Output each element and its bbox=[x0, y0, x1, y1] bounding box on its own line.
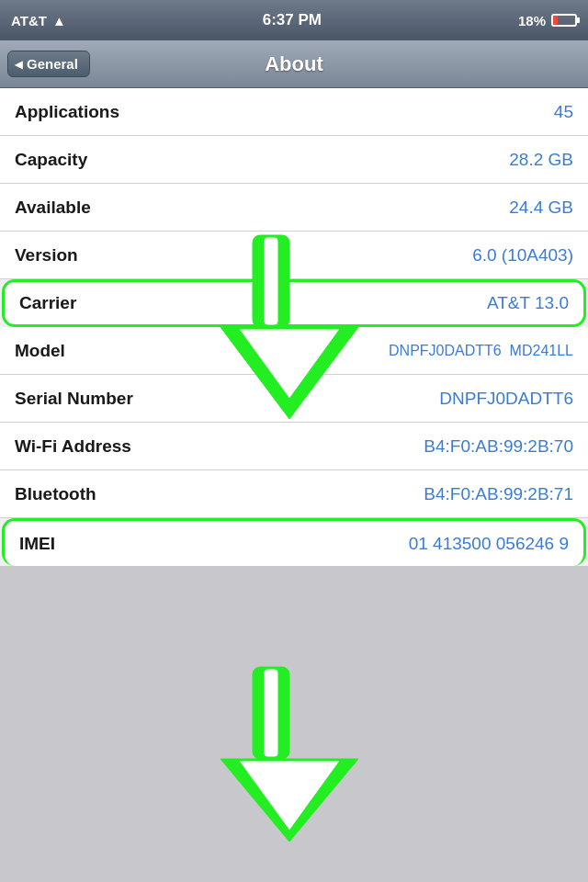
battery-percent: 18% bbox=[518, 13, 546, 28]
row-carrier: Carrier AT&T 13.0 bbox=[2, 279, 586, 327]
value-imei: 01 413500 056246 9 bbox=[409, 534, 569, 554]
row-bluetooth: Bluetooth B4:F0:AB:99:2B:71 bbox=[0, 470, 588, 518]
row-applications: Applications 45 bbox=[0, 88, 588, 136]
svg-rect-6 bbox=[264, 669, 278, 757]
value-available: 24.4 GB bbox=[509, 198, 573, 218]
label-carrier: Carrier bbox=[19, 293, 76, 313]
row-imei: IMEI 01 413500 056246 9 bbox=[2, 518, 586, 566]
battery-fill bbox=[553, 16, 558, 25]
arrow-to-imei bbox=[220, 667, 358, 842]
row-version: Version 6.0 (10A403) bbox=[0, 232, 588, 279]
svg-rect-4 bbox=[253, 667, 289, 759]
main-content: Applications 45 Capacity 28.2 GB Availab… bbox=[0, 88, 588, 882]
value-carrier: AT&T 13.0 bbox=[487, 293, 569, 313]
back-button[interactable]: General bbox=[7, 51, 90, 77]
nav-title: About bbox=[265, 52, 323, 76]
value-serial: DNPFJ0DADTT6 bbox=[439, 389, 573, 409]
label-bluetooth: Bluetooth bbox=[15, 484, 96, 504]
label-wifi: Wi-Fi Address bbox=[15, 436, 131, 457]
svg-marker-7 bbox=[239, 761, 340, 831]
label-capacity: Capacity bbox=[15, 150, 87, 170]
row-serial: Serial Number DNPFJ0DADTT6 bbox=[0, 375, 588, 423]
row-available: Available 24.4 GB bbox=[0, 184, 588, 232]
status-left: AT&T ▲︎ bbox=[11, 13, 66, 28]
svg-marker-5 bbox=[220, 759, 358, 842]
row-wifi: Wi-Fi Address B4:F0:AB:99:2B:70 bbox=[0, 423, 588, 470]
label-model: Model bbox=[15, 341, 65, 361]
carrier-label: AT&T bbox=[11, 13, 47, 28]
nav-bar: General About bbox=[0, 40, 588, 88]
value-model: DNPFJ0DADTT6 MD241LL bbox=[389, 343, 573, 359]
value-version: 6.0 (10A403) bbox=[472, 245, 573, 266]
battery-icon bbox=[551, 14, 577, 27]
status-right: 18% bbox=[518, 13, 577, 28]
value-bluetooth: B4:F0:AB:99:2B:71 bbox=[424, 484, 573, 504]
value-applications: 45 bbox=[554, 102, 573, 122]
label-serial: Serial Number bbox=[15, 389, 133, 409]
row-model: Model DNPFJ0DADTT6 MD241LL bbox=[0, 327, 588, 375]
label-applications: Applications bbox=[15, 102, 119, 122]
status-time: 6:37 PM bbox=[263, 11, 322, 29]
value-capacity: 28.2 GB bbox=[509, 150, 573, 170]
wifi-icon: ▲︎ bbox=[52, 13, 66, 28]
label-imei: IMEI bbox=[19, 534, 55, 554]
status-bar: AT&T ▲︎ 6:37 PM 18% bbox=[0, 0, 588, 40]
row-capacity: Capacity 28.2 GB bbox=[0, 136, 588, 184]
rows-wrapper: Applications 45 Capacity 28.2 GB Availab… bbox=[0, 88, 588, 566]
value-wifi: B4:F0:AB:99:2B:70 bbox=[424, 436, 573, 457]
label-available: Available bbox=[15, 198, 91, 218]
label-version: Version bbox=[15, 245, 78, 266]
